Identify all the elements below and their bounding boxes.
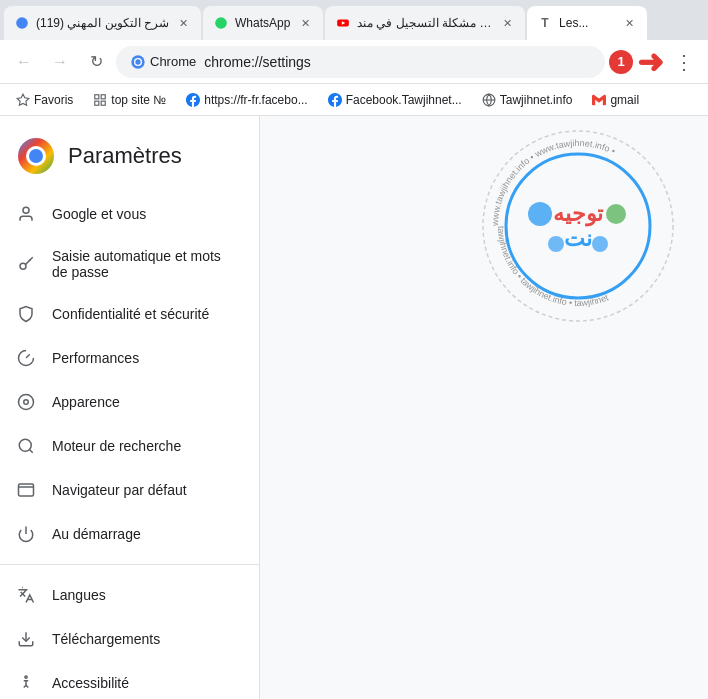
gauge-icon (16, 348, 36, 368)
svg-rect-7 (95, 94, 99, 98)
back-button[interactable]: ← (8, 46, 40, 78)
sidebar-label-performance: Performances (52, 350, 139, 366)
svg-point-39 (606, 204, 626, 224)
content-area: www.tawjihnet.info • www.tawjihnet.info … (260, 116, 708, 699)
bookmark-topsite-label: top site № (111, 93, 166, 107)
svg-point-1 (215, 17, 227, 29)
arrow-right-1: ➜ (637, 46, 664, 78)
menu-button[interactable]: ⋮ (668, 46, 700, 78)
bookmark-topsite[interactable]: top site № (85, 89, 174, 111)
svg-rect-22 (19, 484, 34, 496)
svg-point-41 (592, 236, 608, 252)
sidebar-label-browser: Navigateur par défaut (52, 482, 187, 498)
tab-favicon-1 (14, 15, 30, 31)
sidebar-item-startup[interactable]: Au démarrage (0, 512, 251, 556)
sidebar-item-downloads[interactable]: Téléchargements (0, 617, 251, 661)
translate-icon (16, 585, 36, 605)
svg-point-17 (23, 207, 29, 213)
watermark-circle-container: www.tawjihnet.info • www.tawjihnet.info … (478, 126, 678, 326)
sidebar-item-google[interactable]: Google et vous (0, 192, 251, 236)
svg-point-0 (16, 17, 28, 29)
sidebar-item-browser[interactable]: Navigateur par défaut (0, 468, 251, 512)
tab-title-2: WhatsApp (235, 16, 291, 30)
toolbar: ← → ↻ Chrome chrome://settings 1 ➜ ⋮ (0, 40, 708, 84)
bookmark-facebook1-label: https://fr-fr.facebo... (204, 93, 307, 107)
sidebar-item-appearance[interactable]: Apparence (0, 380, 251, 424)
svg-point-18 (20, 263, 26, 269)
svg-point-19 (19, 395, 34, 410)
bookmark-tawjihnet[interactable]: Tawjihnet.info (474, 89, 581, 111)
tab-bar: (119) شرح التكوين المهني ✕ WhatsApp ✕ حل… (0, 0, 708, 40)
tab-active[interactable]: T Les... ✕ (527, 6, 647, 40)
tab-close-2[interactable]: ✕ (297, 15, 313, 31)
address-chrome-label: Chrome (150, 54, 196, 69)
sidebar-label-accessibility: Accessibilité (52, 675, 129, 691)
svg-text:توجيه: توجيه (553, 201, 604, 227)
person-icon (16, 204, 36, 224)
shield-icon (16, 304, 36, 324)
sidebar-item-autofill[interactable]: Saisie automatique et mots de passe (0, 236, 251, 292)
svg-point-20 (24, 400, 29, 405)
browser-icon (16, 480, 36, 500)
tab-video[interactable]: (119) شرح التكوين المهني ✕ (4, 6, 201, 40)
bookmark-tawjihnet-label: Tawjihnet.info (500, 93, 573, 107)
svg-text:نت: نت (564, 226, 592, 251)
sidebar-item-languages[interactable]: Langues (0, 573, 251, 617)
bookmark-gmail[interactable]: gmail (584, 89, 647, 111)
sidebar-item-accessibility[interactable]: Accessibilité (0, 661, 251, 699)
sidebar-label-privacy: Confidentialité et sécurité (52, 306, 209, 322)
power-icon (16, 524, 36, 544)
svg-rect-10 (102, 101, 106, 105)
sidebar-langues-row: Langues ← 2 (0, 573, 259, 617)
main-area: Paramètres Google et vous Saisie automat… (0, 116, 708, 699)
tab-favicon-2 (213, 15, 229, 31)
sidebar-label-downloads: Téléchargements (52, 631, 160, 647)
svg-point-6 (135, 59, 140, 64)
sidebar-label-languages: Langues (52, 587, 106, 603)
svg-rect-8 (102, 94, 106, 98)
address-bar[interactable]: Chrome chrome://settings (116, 46, 605, 78)
tab-whatsapp[interactable]: WhatsApp ✕ (203, 6, 323, 40)
sidebar-label-autofill: Saisie automatique et mots de passe (52, 248, 235, 280)
palette-icon (16, 392, 36, 412)
svg-point-21 (19, 439, 31, 451)
chrome-logo-icon (16, 136, 56, 176)
address-url: chrome://settings (204, 54, 591, 70)
tab-youtube[interactable]: حل مشكلة التسجيل في مند ✕ (325, 6, 525, 40)
svg-point-40 (548, 236, 564, 252)
tab-close-3[interactable]: ✕ (499, 15, 515, 31)
sidebar-divider (0, 564, 259, 565)
settings-title: Paramètres (68, 143, 182, 169)
sidebar-label-startup: Au démarrage (52, 526, 141, 542)
search-icon (16, 436, 36, 456)
bookmark-favoris-label: Favoris (34, 93, 73, 107)
sidebar-item-search[interactable]: Moteur de recherche (0, 424, 251, 468)
tab-close-1[interactable]: ✕ (175, 15, 191, 31)
bookmark-facebook2[interactable]: Facebook.Tawjihnet... (320, 89, 470, 111)
tab-title-4: Les... (559, 16, 615, 30)
svg-point-26 (25, 676, 27, 678)
sidebar-label-google: Google et vous (52, 206, 146, 222)
forward-button[interactable]: → (44, 46, 76, 78)
bookmark-facebook1[interactable]: https://fr-fr.facebo... (178, 89, 315, 111)
tab-title-1: (119) شرح التكوين المهني (36, 16, 169, 30)
sidebar-label-search: Moteur de recherche (52, 438, 181, 454)
svg-rect-9 (95, 101, 99, 105)
menu-dots-icon: ⋮ (674, 50, 694, 74)
tab-favicon-4: T (537, 15, 553, 31)
watermark-logo: www.tawjihnet.info • www.tawjihnet.info … (478, 126, 698, 346)
bookmark-favoris[interactable]: Favoris (8, 89, 81, 111)
address-chrome-icon: Chrome (130, 54, 196, 70)
settings-header: Paramètres (0, 116, 259, 192)
tab-favicon-3 (335, 15, 351, 31)
tab-close-4[interactable]: ✕ (621, 15, 637, 31)
svg-point-38 (528, 202, 552, 226)
refresh-button[interactable]: ↻ (80, 46, 112, 78)
accessibility-icon (16, 673, 36, 693)
download-icon (16, 629, 36, 649)
annotation-badge-1: 1 (609, 50, 633, 74)
sidebar-item-privacy[interactable]: Confidentialité et sécurité (0, 292, 251, 336)
sidebar-item-performance[interactable]: Performances (0, 336, 251, 380)
bookmark-facebook2-label: Facebook.Tawjihnet... (346, 93, 462, 107)
bookmark-gmail-label: gmail (610, 93, 639, 107)
